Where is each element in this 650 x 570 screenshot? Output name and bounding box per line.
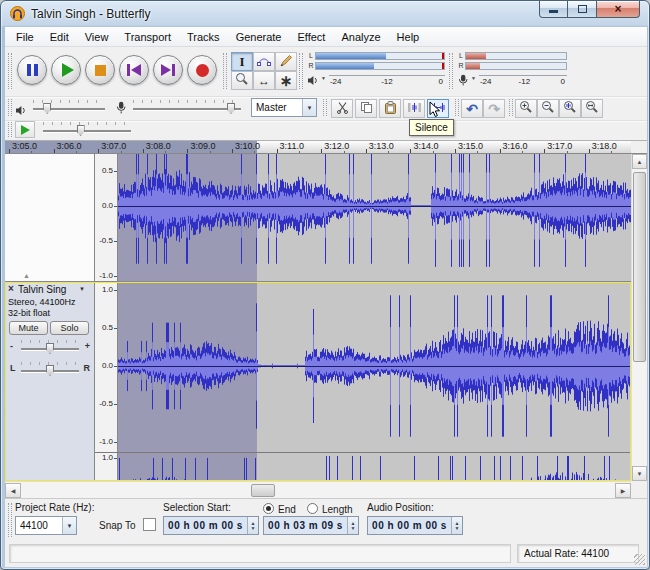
snap-to-checkbox[interactable] — [143, 518, 156, 531]
envelope-tool-button[interactable] — [253, 52, 275, 71]
zoom-tool-button[interactable] — [231, 71, 253, 90]
resize-grip[interactable] — [634, 554, 645, 565]
stop-button[interactable] — [85, 55, 115, 85]
pan-slider[interactable]: L R — [9, 361, 91, 378]
meter-dropdown-icon[interactable]: ▼ — [471, 75, 476, 81]
client-area: FileEditViewTransportTracksGenerateEffec… — [5, 27, 647, 567]
meter-scale: -24 -12 0 — [329, 75, 445, 89]
vertical-scrollbar[interactable]: ▲ ▼ — [631, 154, 647, 481]
menu-view[interactable]: View — [77, 29, 117, 45]
timeline-label: 3:16.0 — [503, 142, 528, 151]
meter2-toolbar-grip[interactable] — [449, 53, 453, 89]
scroll-right-button[interactable]: ▶ — [615, 483, 631, 498]
input-volume-slider[interactable] — [131, 99, 243, 116]
menu-edit[interactable]: Edit — [42, 29, 77, 45]
mixer-toolbar-grip[interactable] — [8, 99, 12, 116]
track1-waveform[interactable] — [118, 154, 631, 281]
titlebar[interactable]: Talvin Singh - Butterfly × — [1, 1, 649, 27]
copy-button[interactable] — [355, 99, 377, 118]
redo-button[interactable]: ↷ — [483, 99, 505, 118]
mute-button[interactable]: Mute — [9, 321, 48, 335]
maximize-button[interactable] — [568, 1, 596, 18]
close-button[interactable]: × — [596, 1, 640, 18]
time-spinner[interactable]: ▲▼ — [347, 517, 358, 534]
scroll-up-button[interactable]: ▲ — [632, 154, 647, 169]
slider-thumb[interactable] — [43, 103, 51, 114]
paste-button[interactable] — [379, 99, 401, 118]
fit-project-button[interactable] — [581, 99, 603, 118]
horizontal-scroll-thumb[interactable] — [251, 484, 275, 497]
scroll-left-button[interactable]: ◀ — [5, 483, 21, 498]
selection-end-time[interactable]: 00 h 03 m 09 s ▲▼ — [263, 516, 359, 535]
audio-position-time[interactable]: 00 h 00 m 00 s ▲▼ — [367, 516, 463, 535]
transcription-toolbar-grip[interactable] — [8, 122, 12, 137]
selection-toolbar: Project Rate (Hz): 44100 ▼ Snap To Selec… — [5, 498, 647, 540]
horizontal-scrollbar[interactable]: ◀ ▶ — [5, 481, 631, 498]
skip-to-start-button[interactable] — [119, 55, 149, 85]
timeline-label: 3:15.0 — [458, 142, 483, 151]
zoom-toolbar-grip[interactable] — [509, 99, 513, 116]
pause-button[interactable] — [17, 55, 47, 85]
selection-toolbar-grip[interactable] — [8, 503, 12, 537]
track1-vertical-ruler[interactable]: 0.50.0-0.5-1.0 — [95, 154, 118, 281]
track2-control-panel[interactable]: × Talvin Sing ▼ Stereo, 44100Hz 32-bit f… — [5, 282, 95, 481]
timeshift-tool-button[interactable]: ↔ — [253, 71, 275, 90]
skip-to-end-button[interactable] — [153, 55, 183, 85]
scroll-down-button[interactable]: ▼ — [632, 466, 647, 481]
track1-control-panel[interactable]: ▲ — [5, 154, 95, 281]
zoom-out-button[interactable] — [537, 99, 559, 118]
track-close-button[interactable]: × — [8, 284, 14, 294]
time-spinner[interactable]: ▲▼ — [247, 517, 258, 534]
menu-file[interactable]: File — [8, 29, 42, 45]
playback-meter[interactable]: L R ▼ -24 -12 0 — [307, 51, 445, 91]
collapse-track-icon[interactable]: ▲ — [23, 272, 30, 279]
track2-waveform-left[interactable] — [118, 282, 631, 452]
output-volume-slider[interactable] — [31, 99, 107, 116]
time-spinner[interactable]: ▲▼ — [451, 517, 462, 534]
undo-toolbar-grip[interactable] — [455, 99, 459, 116]
undo-button[interactable]: ↶ — [461, 99, 483, 118]
track2-vertical-ruler-right[interactable]: 1.0 — [95, 453, 118, 481]
slider-thumb[interactable] — [46, 365, 54, 376]
transport-toolbar-grip[interactable] — [8, 53, 12, 89]
gain-slider[interactable]: - + — [9, 339, 91, 356]
track2-waveform-right[interactable] — [118, 453, 631, 481]
draw-tool-button[interactable] — [275, 52, 297, 71]
play-button[interactable] — [51, 55, 81, 85]
play-at-speed-button[interactable] — [15, 121, 35, 138]
slider-thumb[interactable] — [227, 103, 235, 114]
project-rate-select[interactable]: 44100 ▼ — [15, 516, 77, 535]
meter-dropdown-icon[interactable]: ▼ — [321, 75, 326, 81]
minimize-button[interactable] — [539, 1, 568, 18]
menu-tracks[interactable]: Tracks — [179, 29, 228, 45]
menu-analyze[interactable]: Analyze — [333, 29, 388, 45]
slider-thumb[interactable] — [46, 343, 54, 354]
playback-speed-slider[interactable] — [41, 121, 133, 138]
trim-button[interactable] — [403, 99, 425, 118]
recording-meter[interactable]: L R ▼ -24 -12 0 — [457, 51, 567, 91]
track-menu-button[interactable]: ▼ — [79, 286, 85, 292]
tools-toolbar-grip[interactable] — [223, 53, 227, 89]
menu-help[interactable]: Help — [389, 29, 428, 45]
input-source-select[interactable]: Master ▼ — [251, 98, 317, 117]
edit-toolbar-grip[interactable] — [323, 99, 327, 116]
timeline-ruler[interactable]: 3:05.03:06.03:07.03:08.03:09.03:10.03:11… — [5, 140, 631, 154]
vruler-label: 0.0 — [102, 202, 113, 210]
menu-generate[interactable]: Generate — [228, 29, 290, 45]
menu-transport[interactable]: Transport — [116, 29, 179, 45]
length-radio[interactable] — [307, 503, 318, 514]
zoom-in-button[interactable] — [515, 99, 537, 118]
meter-toolbar-grip[interactable] — [299, 53, 303, 89]
cut-button[interactable] — [331, 99, 353, 118]
solo-button[interactable]: Solo — [50, 321, 89, 335]
vertical-scroll-thumb[interactable] — [633, 172, 646, 362]
menu-effect[interactable]: Effect — [290, 29, 334, 45]
slider-thumb[interactable] — [77, 125, 85, 136]
end-radio[interactable] — [263, 503, 274, 514]
multi-tool-button[interactable]: ∗ — [275, 71, 297, 90]
selection-start-time[interactable]: 00 h 00 m 00 s ▲▼ — [163, 516, 259, 535]
fit-selection-button[interactable] — [559, 99, 581, 118]
record-button[interactable] — [187, 55, 217, 85]
selection-tool-button[interactable]: I — [231, 52, 253, 71]
track2-vertical-ruler[interactable]: 1.00.50.0-0.5-1.0 — [95, 282, 118, 452]
